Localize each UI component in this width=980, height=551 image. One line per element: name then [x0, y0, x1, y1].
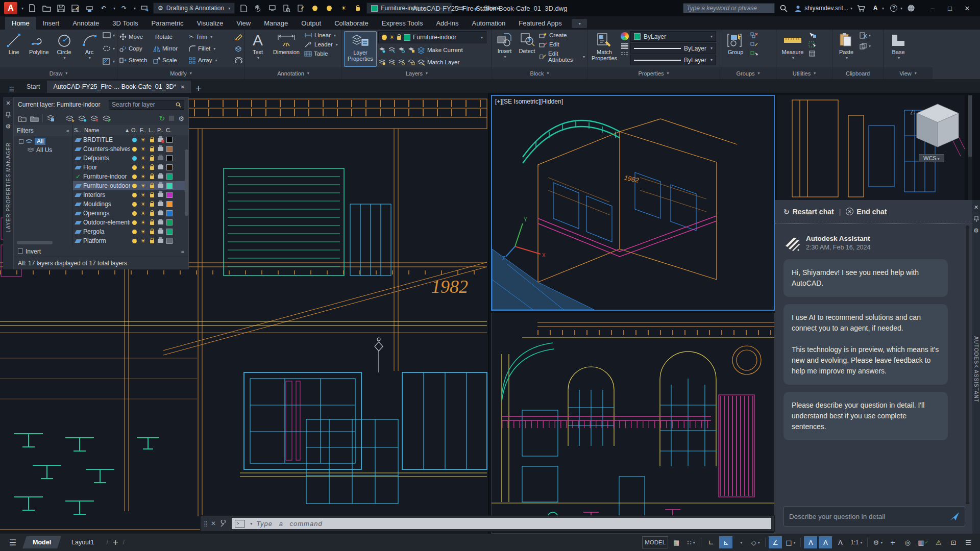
scrollbar-thumb[interactable]: [968, 95, 972, 157]
redo-arrow[interactable]: ▾: [134, 6, 136, 11]
panel-label-groups[interactable]: Groups▾: [720, 67, 776, 79]
new-layout-button[interactable]: +: [112, 538, 119, 547]
circle-button[interactable]: Circle ▾: [53, 31, 76, 67]
autocad-logo[interactable]: A: [4, 2, 17, 14]
command-close-icon[interactable]: ✕: [211, 520, 216, 527]
copy-button[interactable]: Copy: [119, 45, 151, 52]
tab-overflow-button[interactable]: ▾: [572, 19, 587, 28]
ribbon-tab[interactable]: View: [230, 17, 257, 30]
file-tabs-menu-icon[interactable]: ☰: [4, 86, 19, 93]
base-button[interactable]: Base ▾: [886, 31, 911, 67]
warning-button[interactable]: ⚠: [932, 536, 945, 548]
layer-color-swatch[interactable]: [166, 164, 173, 170]
array-button[interactable]: Array▾: [189, 57, 217, 64]
layer-on-bulb-icon[interactable]: [132, 184, 137, 188]
workspace-combo[interactable]: ⚙ Drafting & Annotation ▾: [153, 3, 235, 14]
lightbulb-icon[interactable]: [309, 3, 321, 14]
clean-screen-button[interactable]: ⊡: [947, 536, 960, 548]
layer-search-input[interactable]: Search for layer: [109, 100, 184, 110]
hatch-tool-icon[interactable]: ▾: [103, 58, 115, 65]
layer-color-swatch[interactable]: [166, 229, 173, 235]
layer-row[interactable]: ✓ Platform ☀: [73, 236, 188, 245]
new-layer-frozen-icon[interactable]: [78, 115, 87, 122]
send-icon[interactable]: [949, 512, 960, 521]
layer-on-bulb-icon[interactable]: [132, 147, 137, 152]
new-property-filter-icon[interactable]: [18, 115, 27, 122]
lock-icon[interactable]: [352, 3, 363, 14]
cart-icon[interactable]: [855, 3, 867, 14]
layer-on-bulb-icon[interactable]: [132, 239, 137, 243]
command-grip[interactable]: ⣿: [204, 520, 207, 527]
insert-button[interactable]: Insert ▾: [494, 31, 515, 67]
match-properties-button[interactable]: Match Properties: [590, 31, 619, 67]
invert-filter-checkbox[interactable]: Invert: [18, 248, 41, 255]
layer-color-swatch[interactable]: [166, 201, 173, 207]
annotation-scale-button[interactable]: 1:1▾: [848, 536, 864, 548]
panel-label-utilities[interactable]: Utilities▾: [776, 67, 832, 79]
dimension-button[interactable]: Dimension: [270, 31, 303, 67]
layer-on-bulb-icon[interactable]: [132, 230, 137, 234]
layer-color-swatch[interactable]: [166, 183, 173, 189]
layer-on-bulb-icon[interactable]: [132, 220, 137, 225]
layer-freeze-sun-icon[interactable]: ☀: [139, 183, 148, 189]
lineweight-icon[interactable]: [621, 43, 629, 49]
new-drawing-tab-button[interactable]: +: [192, 84, 205, 93]
group-button[interactable]: Group: [722, 31, 749, 67]
layer-on-bulb-icon[interactable]: [132, 193, 137, 197]
help-search-input[interactable]: Type a keyword or phrase: [683, 3, 775, 13]
palette-gear-icon[interactable]: ⚙: [6, 123, 11, 130]
fillet-button[interactable]: Fillet▾: [189, 45, 215, 52]
page-tools-icon[interactable]: [238, 3, 249, 14]
autodesk-a-icon[interactable]: A: [870, 3, 881, 14]
restart-chat-button[interactable]: ↻ Restart chat: [783, 208, 834, 216]
grid-display-button[interactable]: ▦: [670, 536, 683, 548]
layer-color-swatch[interactable]: [166, 137, 173, 143]
layer-row[interactable]: ✓ Interiors ☀: [73, 190, 188, 199]
panel-label-view[interactable]: View▾: [884, 67, 933, 79]
layer-lock-icon[interactable]: [150, 148, 154, 152]
filter-tree-all[interactable]: - All: [14, 136, 72, 145]
layer-on-bulb-icon[interactable]: [132, 165, 137, 170]
layer-color-swatch[interactable]: [166, 192, 173, 198]
ribbon-tab[interactable]: Collaborate: [328, 17, 375, 30]
refresh-icon[interactable]: ↻: [159, 114, 165, 122]
layer-freeze-sun-icon[interactable]: ☀: [139, 219, 148, 226]
layer-freeze-sun-icon[interactable]: ☀: [139, 229, 148, 235]
col-status[interactable]: S..: [73, 127, 83, 133]
layer-row[interactable]: ✓ Openings ☀: [73, 209, 188, 218]
select-objects-icon[interactable]: [808, 41, 817, 47]
toggle-override-icon[interactable]: [169, 116, 174, 121]
table-button[interactable]: Table: [304, 51, 338, 57]
palette-close-icon[interactable]: ✕: [6, 100, 10, 107]
col-color[interactable]: C.: [165, 127, 174, 133]
layer-plot-icon[interactable]: [158, 184, 163, 188]
annotation-visibility-button[interactable]: Λ: [804, 536, 817, 548]
new-layer-icon[interactable]: [66, 115, 75, 122]
recent-commands-arrow[interactable]: ▾: [250, 521, 252, 526]
close-button[interactable]: ✕: [959, 2, 976, 15]
view-cube[interactable]: [910, 98, 966, 159]
user-avatar-icon[interactable]: [792, 3, 803, 14]
ribbon-tab[interactable]: 3D Tools: [106, 17, 144, 30]
assistant-close-icon[interactable]: ✕: [974, 204, 978, 211]
ribbon-tab[interactable]: Output: [295, 17, 328, 30]
trim-button[interactable]: ✂Trim▾: [189, 33, 212, 40]
ribbon-tab[interactable]: Automation: [465, 17, 512, 30]
group-select-icon[interactable]: [750, 51, 758, 57]
layer-plot-icon[interactable]: [158, 239, 163, 243]
undo-icon[interactable]: ↶: [98, 3, 109, 14]
layer-freeze-sun-icon[interactable]: ☀: [139, 146, 148, 153]
model-tab[interactable]: Model: [22, 536, 61, 548]
panel-label-block[interactable]: Block▾: [492, 67, 587, 79]
layer-color-swatch[interactable]: [166, 155, 173, 161]
autodesk-menu-arrow[interactable]: ▾: [882, 6, 884, 11]
layer-freeze-sun-icon[interactable]: ☀: [139, 173, 148, 180]
layer-color-swatch[interactable]: [166, 210, 173, 216]
layer-plot-icon[interactable]: [158, 202, 163, 206]
page-search-icon[interactable]: [281, 3, 292, 14]
stretch-button[interactable]: Stretch: [119, 57, 151, 64]
user-menu-arrow[interactable]: ▾: [850, 6, 852, 11]
minimize-button[interactable]: –: [924, 2, 941, 15]
ortho-mode-button[interactable]: ∟: [704, 536, 718, 548]
panel-label-annotation[interactable]: Annotation▾: [245, 67, 341, 79]
